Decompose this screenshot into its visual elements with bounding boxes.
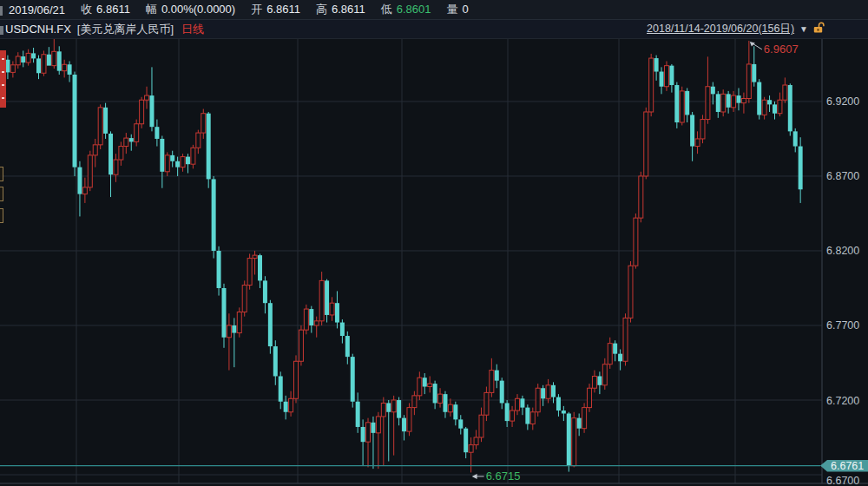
candle	[279, 376, 283, 401]
candle	[253, 255, 257, 258]
symbol-code: USDCNH.FX	[5, 23, 71, 36]
candle	[628, 266, 633, 318]
candle	[577, 418, 582, 429]
candle	[186, 157, 190, 165]
candle	[562, 410, 566, 413]
candle	[608, 344, 612, 364]
candle	[418, 378, 422, 396]
chevron-down-icon[interactable]: ▼	[799, 25, 808, 34]
candle	[505, 403, 510, 421]
candle	[340, 323, 345, 336]
high-price-label: 6.9607	[764, 43, 799, 56]
candle	[618, 354, 622, 362]
candle	[294, 361, 299, 398]
candle	[660, 72, 664, 87]
candle	[62, 64, 67, 70]
candle	[664, 66, 668, 87]
candle	[227, 325, 231, 338]
candle	[732, 95, 736, 108]
range-selector[interactable]: 2018/11/14-2019/06/20(156日) ▼	[647, 22, 825, 36]
current-price-line: 6.6761	[0, 460, 868, 472]
axis-tick-label: 6.8700	[826, 170, 859, 182]
date-range-link[interactable]: 2018/11/14-2019/06/20(156日)	[647, 22, 794, 36]
quote-field-label: 收	[81, 3, 92, 16]
candle	[423, 378, 427, 386]
candle	[386, 403, 391, 411]
candle	[181, 157, 185, 167]
candle	[330, 303, 334, 315]
candle	[674, 85, 679, 122]
quote-field-value: 6.8611	[96, 3, 130, 16]
candle	[273, 346, 278, 376]
candle	[402, 418, 406, 431]
candle	[149, 95, 154, 127]
unlock-icon[interactable]	[813, 22, 825, 36]
candle	[516, 398, 520, 410]
candle	[597, 376, 602, 384]
candle	[680, 91, 684, 122]
candle	[773, 104, 777, 113]
clipped-toolbar-icon	[0, 187, 3, 201]
quote-field: 量0	[447, 2, 469, 17]
quote-field-label: 幅	[146, 3, 157, 16]
candle	[428, 384, 432, 386]
candle	[443, 394, 447, 412]
candle	[68, 64, 72, 75]
candle	[140, 100, 144, 124]
candle	[10, 65, 15, 73]
candle	[793, 131, 798, 146]
candle	[356, 402, 360, 427]
candle	[588, 388, 592, 407]
candle	[695, 139, 700, 147]
candle	[525, 408, 529, 424]
quote-field: 开6.8611	[251, 2, 300, 17]
clipped-toolbar-icon	[0, 208, 3, 223]
candle	[644, 112, 648, 176]
candle	[592, 376, 596, 388]
candle	[788, 85, 792, 131]
candle	[47, 55, 51, 66]
candle	[119, 147, 123, 160]
candle	[299, 330, 303, 361]
candle	[613, 344, 617, 354]
candle	[500, 381, 504, 404]
candle	[546, 385, 550, 398]
period-label[interactable]: 日线	[181, 22, 204, 37]
candle	[711, 87, 715, 95]
candle	[690, 115, 694, 146]
candle	[42, 55, 46, 74]
quote-date: 2019/06/21	[9, 3, 65, 16]
candle	[103, 108, 108, 134]
axis-frame	[0, 38, 868, 483]
candle	[654, 58, 659, 71]
candle	[284, 402, 288, 412]
candle	[319, 280, 324, 320]
quote-field: 低6.8601	[381, 2, 431, 17]
candle	[52, 51, 56, 65]
candle	[263, 280, 267, 303]
clipped-toolbar-icon	[0, 167, 3, 181]
candle	[93, 145, 97, 155]
quote-field-value: 6.8601	[397, 3, 431, 16]
candle	[469, 445, 473, 453]
candle	[391, 400, 396, 412]
candle	[706, 87, 710, 120]
candle	[572, 418, 576, 466]
candle	[376, 417, 380, 433]
clipped-icon-fragment-top	[0, 6, 3, 16]
candle	[556, 397, 561, 410]
candle	[345, 336, 350, 357]
candle	[57, 51, 62, 70]
candle	[762, 100, 766, 115]
candle	[304, 309, 308, 330]
axis-tick-label: 6.8200	[826, 245, 859, 257]
candlestick-chart[interactable]: 6.67616.92006.87006.82006.77006.72006.67…	[0, 0, 868, 486]
candle	[433, 384, 437, 403]
candle	[129, 138, 134, 141]
candle	[530, 412, 535, 424]
low-price-label: 6.6715	[486, 470, 521, 483]
candle	[649, 58, 654, 112]
candle	[799, 147, 803, 190]
candle	[314, 321, 319, 325]
clipped-icon-fragment-sub	[0, 26, 3, 35]
